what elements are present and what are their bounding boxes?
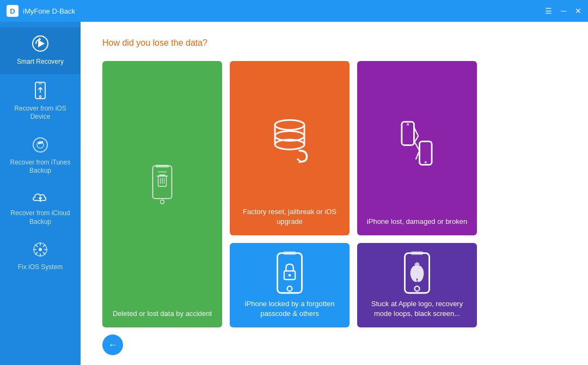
svg-point-29 xyxy=(407,123,409,126)
sidebar-label-recover-itunes: Recover from iTunes Backup xyxy=(4,159,76,175)
svg-point-11 xyxy=(161,200,164,204)
close-button[interactable]: ✕ xyxy=(575,7,581,15)
svg-marker-1 xyxy=(38,40,45,47)
svg-rect-37 xyxy=(411,251,424,255)
window-controls: ☰ ─ ✕ xyxy=(545,7,581,15)
svg-rect-32 xyxy=(284,251,296,255)
svg-rect-31 xyxy=(278,253,302,293)
smart-recovery-icon xyxy=(32,35,49,54)
card-label-iphone-locked: iPhone locked by a forgotten passcode & … xyxy=(238,299,341,319)
ios-device-icon xyxy=(33,82,48,101)
title-bar: D iMyFone D-Back ☰ ─ ✕ xyxy=(0,0,588,22)
card-deleted-lost[interactable]: Deleted or lost data by accident xyxy=(102,61,222,327)
phone-trash-icon xyxy=(138,70,187,309)
app-logo: D xyxy=(7,5,19,17)
svg-point-5 xyxy=(33,138,47,152)
sidebar-label-recover-ios: Recover from iOS Device xyxy=(4,105,76,121)
app-body: Smart Recovery Recover from iOS Device xyxy=(0,22,588,365)
card-label-factory-reset: Factory reset, jailbreak or iOS upgrade xyxy=(238,207,341,227)
svg-point-8 xyxy=(39,248,42,251)
cards-grid: Deleted or lost data by accident xyxy=(102,61,566,327)
sidebar: Smart Recovery Recover from iOS Device xyxy=(0,22,81,365)
svg-point-38 xyxy=(415,286,420,291)
sidebar-label-fix-ios: Fix iOS System xyxy=(18,263,63,272)
icloud-icon xyxy=(32,191,49,206)
svg-point-33 xyxy=(287,286,292,291)
card-label-iphone-broken: iPhone lost, damaged or broken xyxy=(367,217,467,227)
menu-icon[interactable]: ☰ xyxy=(545,7,552,15)
card-iphone-broken[interactable]: iPhone lost, damaged or broken xyxy=(357,61,477,235)
title-bar-left: D iMyFone D-Back xyxy=(7,5,75,17)
svg-rect-3 xyxy=(38,83,42,84)
phone-lock-icon xyxy=(265,250,314,299)
phone-apple-icon xyxy=(393,250,442,299)
svg-rect-10 xyxy=(156,165,169,168)
sidebar-item-recover-icloud[interactable]: Recover from iCloud Backup xyxy=(0,183,81,234)
app-title: iMyFone D-Back xyxy=(23,7,75,15)
main-content: How did you lose the data? xyxy=(81,22,588,365)
sidebar-item-fix-ios[interactable]: Fix iOS System xyxy=(0,234,81,279)
svg-point-30 xyxy=(425,161,427,164)
phone-broken-icon xyxy=(393,70,442,217)
svg-rect-12 xyxy=(158,172,167,173)
card-apple-logo[interactable]: Stuck at Apple logo, recovery mode loops… xyxy=(357,243,477,327)
question-title: How did you lose the data? xyxy=(102,38,566,48)
card-label-deleted-lost: Deleted or lost data by accident xyxy=(113,309,212,319)
card-factory-reset[interactable]: Factory reset, jailbreak or iOS upgrade xyxy=(230,61,350,235)
sidebar-label-recover-icloud: Recover from iCloud Backup xyxy=(4,209,76,226)
sidebar-item-recover-ios[interactable]: Recover from iOS Device xyxy=(0,74,81,129)
svg-point-4 xyxy=(39,95,41,98)
fix-ios-icon xyxy=(32,241,48,260)
sidebar-item-recover-itunes[interactable]: Recover from iTunes Backup xyxy=(0,129,81,183)
back-button[interactable]: ← xyxy=(102,334,123,355)
svg-point-19 xyxy=(275,120,304,130)
minimize-button[interactable]: ─ xyxy=(561,7,566,15)
database-refresh-icon xyxy=(265,70,314,207)
card-label-apple-logo: Stuck at Apple logo, recovery mode loops… xyxy=(366,299,468,319)
sidebar-item-smart-recovery[interactable]: Smart Recovery xyxy=(0,27,81,74)
itunes-icon xyxy=(32,137,48,155)
sidebar-label-smart-recovery: Smart Recovery xyxy=(17,58,64,66)
back-button-container: ← xyxy=(102,334,123,355)
svg-point-35 xyxy=(289,274,291,277)
card-iphone-locked[interactable]: iPhone locked by a forgotten passcode & … xyxy=(230,243,350,327)
